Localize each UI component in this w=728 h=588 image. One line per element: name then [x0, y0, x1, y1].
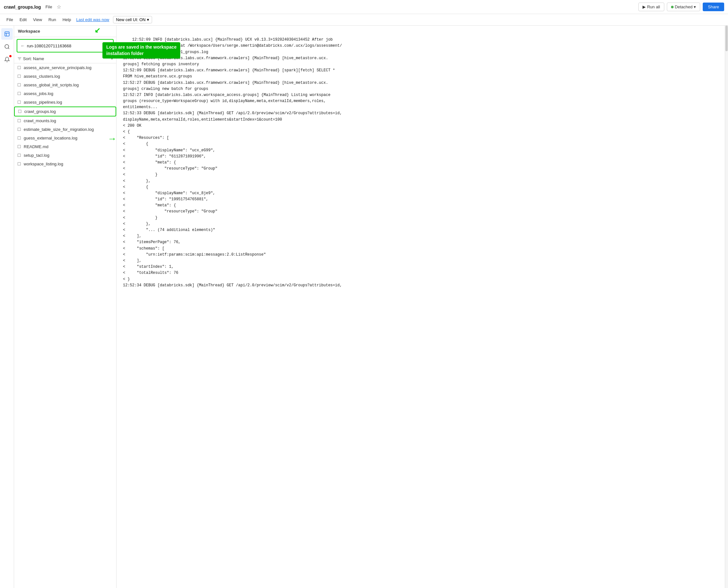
sort-bar[interactable]: Sort: Name ▾	[14, 55, 116, 63]
top-bar: crawl_groups.log File ☆ ▶ Run all Detach…	[0, 0, 728, 14]
file-name: crawl_mounts.log	[24, 118, 56, 123]
menu-run[interactable]: Run	[46, 16, 59, 23]
file-name: assess_jobs.log	[24, 91, 54, 96]
file-doc-icon: ☐	[17, 91, 21, 96]
play-icon: ▶	[643, 4, 646, 9]
file-item[interactable]: ☐assess_azure_service_principals.log	[14, 63, 116, 72]
folder-name: run-1080120711163668	[27, 43, 102, 48]
top-bar-right: ▶ Run all Detached ▾ Share	[639, 3, 724, 11]
file-item[interactable]: ☐estimate_table_size_for_migration.log	[14, 125, 116, 134]
file-name: README.md	[24, 144, 48, 149]
file-doc-icon: ☐	[17, 144, 21, 149]
file-doc-icon: ☐	[17, 65, 21, 70]
file-doc-icon: ☐	[18, 109, 22, 114]
file-name: estimate_table_size_for_migration.log	[24, 127, 94, 132]
file-doc-icon: ☐	[17, 153, 21, 158]
log-content-area[interactable]: 12:52:09 INFO [databricks.labs.ucx] {Mai…	[117, 26, 725, 588]
folder-nav[interactable]: ← run-1080120711163668 ⋮	[17, 39, 114, 52]
sidebar-alerts-icon[interactable]	[1, 54, 13, 65]
share-button[interactable]: Share	[703, 3, 724, 11]
workspace-label: Workspace	[14, 26, 116, 37]
file-doc-icon: ☐	[17, 127, 21, 132]
file-item[interactable]: ☐workspace_listing.log	[14, 160, 116, 168]
folder-back-button[interactable]: ←	[20, 43, 25, 48]
sidebar-icons	[0, 26, 14, 588]
file-name: assess_clusters.log	[24, 74, 60, 79]
annotation-bubble: Logs are saved in the workspace installa…	[102, 42, 180, 59]
file-name: assess_global_init_scripts.log	[24, 83, 79, 87]
file-list: ☐assess_azure_service_principals.log☐ass…	[14, 63, 116, 588]
file-menu-button[interactable]: File	[43, 4, 54, 10]
chevron-down-icon: ▾	[147, 17, 149, 22]
detached-button[interactable]: Detached ▾	[667, 3, 701, 11]
file-item[interactable]: ☐assess_clusters.log	[14, 72, 116, 81]
file-name: guess_external_locations.log	[24, 135, 78, 141]
file-title: crawl_groups.log	[4, 4, 41, 9]
connection-status-dot	[671, 6, 673, 8]
svg-point-1	[5, 44, 9, 48]
file-name: workspace_listing.log	[24, 162, 63, 166]
sidebar-files-icon[interactable]	[1, 28, 13, 40]
menu-edit[interactable]: Edit	[17, 16, 29, 23]
file-doc-icon: ☐	[17, 74, 21, 79]
svg-rect-0	[5, 32, 9, 36]
chevron-down-icon: ▾	[694, 4, 696, 9]
annotation-arrow-down: ↙	[95, 26, 100, 35]
file-name: assess_azure_service_principals.log	[24, 65, 92, 70]
file-item[interactable]: ☐README.md	[14, 142, 116, 151]
file-name: assess_pipelines.log	[24, 100, 62, 105]
file-item[interactable]: ☐setup_tacl.log	[14, 151, 116, 160]
file-item[interactable]: ☐assess_jobs.log	[14, 89, 116, 98]
file-name: setup_tacl.log	[24, 153, 49, 158]
file-doc-icon: ☐	[17, 118, 21, 123]
file-doc-icon: ☐	[17, 135, 21, 141]
menu-file[interactable]: File	[4, 16, 16, 23]
file-item[interactable]: ☐crawl_mounts.log	[14, 117, 116, 125]
menu-bar: File Edit View Run Help Last edit was no…	[0, 14, 728, 26]
file-item[interactable]: ☐guess_external_locations.log	[14, 134, 116, 142]
file-doc-icon: ☐	[17, 162, 21, 166]
file-doc-icon: ☐	[17, 83, 21, 87]
menu-view[interactable]: View	[31, 16, 44, 23]
menu-help[interactable]: Help	[60, 16, 74, 23]
file-item[interactable]: ☐assess_pipelines.log	[14, 98, 116, 107]
scrollbar-thumb[interactable]	[725, 26, 728, 51]
run-all-button[interactable]: ▶ Run all	[639, 3, 664, 11]
file-doc-icon: ☐	[17, 100, 21, 105]
log-text: 12:52:09 INFO [databricks.labs.ucx] {Mai…	[123, 38, 342, 288]
scrollbar[interactable]	[725, 26, 728, 588]
new-cell-ui-button[interactable]: New cell UI: ON ▾	[113, 16, 152, 23]
arrow-to-file: →	[107, 134, 117, 144]
file-item[interactable]: ☐assess_global_init_scripts.log	[14, 81, 116, 89]
file-panel: Workspace ← run-1080120711163668 ⋮ Sort:…	[14, 26, 117, 588]
sort-label: Sort: Name	[23, 56, 110, 61]
star-icon[interactable]: ☆	[57, 4, 61, 10]
main-layout: Workspace ← run-1080120711163668 ⋮ Sort:…	[0, 26, 728, 588]
last-edit-link[interactable]: Last edit was now	[76, 17, 109, 22]
file-item[interactable]: ☐crawl_groups.log	[14, 107, 116, 117]
sort-icon	[17, 57, 22, 61]
sidebar-search-icon[interactable]	[1, 41, 13, 52]
file-name: crawl_groups.log	[24, 109, 56, 114]
